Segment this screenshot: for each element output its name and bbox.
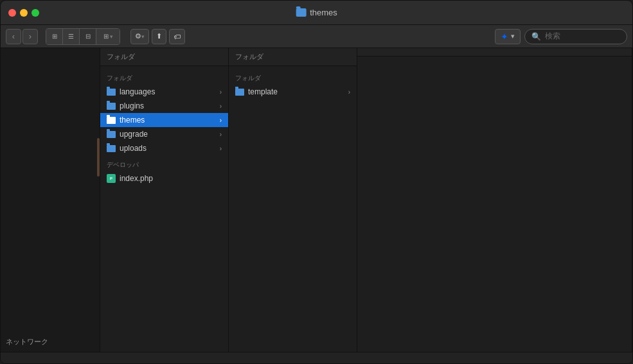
list-view-button[interactable]: ☰ (63, 29, 80, 44)
folder-icon (107, 103, 116, 110)
panel2-header: フォルダ (229, 48, 357, 66)
list-item-template[interactable]: template › (229, 85, 357, 99)
status-bar (1, 352, 632, 364)
list-item[interactable]: uploads › (100, 141, 228, 155)
list-item[interactable]: upgrade › (100, 127, 228, 141)
column-panel-2: フォルダ フォルダ template › (229, 48, 357, 352)
column-panel-3 (357, 48, 632, 352)
dropbox-button[interactable]: ✦ ▾ (495, 29, 521, 44)
sidebar-inner: ネットワーク (1, 48, 100, 352)
sidebar-bottom-label: ネットワーク (6, 337, 48, 347)
chevron-right-icon: › (220, 89, 222, 96)
chevron-right-icon: › (220, 117, 222, 124)
item-label: upgrade (120, 130, 148, 139)
toolbar: ‹ › ⊞ ☰ ⊟ ⊞▾ ⚙ ▾ ⬆ 🏷 ✦ ▾ 🔍 検索 (1, 25, 632, 48)
panel1-header: フォルダ (100, 48, 228, 66)
icon-view-button[interactable]: ⊞ (46, 29, 63, 44)
minimize-button[interactable] (20, 9, 28, 17)
item-label: uploads (120, 144, 147, 153)
panel3-header (357, 48, 632, 56)
item-label: languages (120, 87, 155, 96)
folder-icon (107, 117, 116, 124)
share-icon: ⬆ (156, 32, 162, 40)
column-view-button[interactable]: ⊟ (80, 29, 96, 44)
item-label: template (248, 87, 278, 96)
tag-icon: 🏷 (174, 33, 181, 40)
sidebar-left: ネットワーク (1, 48, 100, 352)
forward-button[interactable]: › (22, 29, 38, 44)
folder-icon (107, 131, 116, 138)
folder-icon (107, 145, 116, 152)
nav-group: ‹ › (6, 29, 38, 44)
search-placeholder: 検索 (545, 31, 560, 42)
folder-icon (235, 89, 244, 96)
scroll-indicator (97, 138, 100, 177)
folder-icon (107, 89, 116, 96)
search-box[interactable]: 🔍 検索 (524, 29, 627, 44)
dropbox-chevron: ▾ (511, 32, 515, 40)
chevron-right-icon: › (220, 145, 222, 152)
share-button[interactable]: ⬆ (152, 29, 166, 44)
panel1-content: フォルダ languages › plugins › themes › upgr… (100, 66, 228, 352)
chevron-right-icon: › (220, 131, 222, 138)
item-label: themes (120, 116, 145, 125)
chevron-right-icon: › (220, 103, 222, 110)
action-button[interactable]: ⚙ ▾ (130, 29, 149, 44)
panel2-folder-section-label: フォルダ (229, 69, 357, 85)
main-area: ネットワーク フォルダ フォルダ languages › plugins › t… (1, 48, 632, 352)
traffic-lights (1, 9, 39, 17)
item-label: plugins (120, 101, 144, 110)
list-item[interactable]: languages › (100, 85, 228, 99)
column-panel-1: フォルダ フォルダ languages › plugins › themes › (100, 48, 229, 352)
panel3-content (357, 56, 632, 352)
item-label: index.php (120, 174, 153, 183)
cover-flow-button[interactable]: ⊞▾ (96, 29, 120, 44)
panel1-dev-section-label: デベロッパ (100, 155, 228, 171)
gear-icon: ⚙ (135, 32, 141, 40)
title-bar: themes (1, 1, 632, 25)
chevron-right-icon: › (348, 89, 350, 96)
list-item-themes[interactable]: themes › (100, 113, 228, 127)
panel2-content: フォルダ template › (229, 66, 357, 352)
close-button[interactable] (8, 9, 16, 17)
back-button[interactable]: ‹ (6, 29, 21, 44)
maximize-button[interactable] (31, 9, 39, 17)
search-area: ✦ ▾ 🔍 検索 (495, 29, 627, 44)
list-item-indexphp[interactable]: P index.php (100, 171, 228, 186)
title-folder-icon (296, 8, 306, 17)
dropbox-icon: ✦ (501, 31, 508, 42)
window-title: themes (296, 8, 337, 17)
tag-button[interactable]: 🏷 (169, 29, 185, 44)
php-file-icon: P (107, 174, 116, 183)
list-item[interactable]: plugins › (100, 99, 228, 113)
view-mode-group: ⊞ ☰ ⊟ ⊞▾ (46, 28, 120, 45)
panel1-folder-section-label: フォルダ (100, 69, 228, 85)
search-icon: 🔍 (531, 32, 541, 41)
